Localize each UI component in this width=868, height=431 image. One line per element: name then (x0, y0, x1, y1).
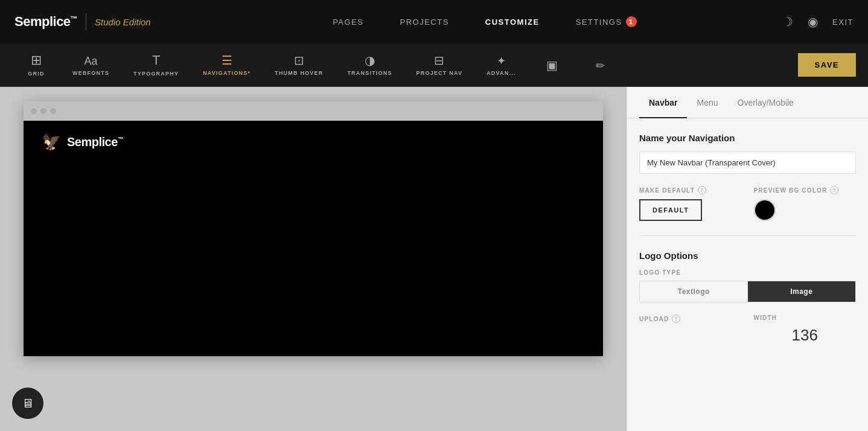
nav-customize[interactable]: CUSTOMIZE (485, 18, 540, 27)
main-content: 🦅 Semplice™ 🖥 Navbar Menu Overlay/Mobile… (0, 87, 868, 431)
toolbar-typography[interactable]: TYPOGRAPHY (121, 54, 191, 77)
preview-icon[interactable] (808, 14, 818, 29)
toolbar: GRID WEBFONTS TYPOGRAPHY NAVIGATIONS* TH… (0, 43, 868, 87)
logo-options-title: Logo Options (639, 251, 856, 261)
tab-overlay-mobile[interactable]: Overlay/Mobile (728, 87, 803, 118)
transitions-icon (365, 54, 375, 66)
logo-type-image[interactable]: Image (748, 281, 856, 302)
preview-bg-label: PREVIEW BG COLOR ? (754, 186, 857, 194)
name-section: Name your Navigation (639, 133, 856, 174)
site-logo: 🦅 Semplice™ (42, 133, 123, 152)
browser-bar (24, 101, 603, 121)
divider-1 (639, 235, 856, 236)
preview-bg-help[interactable]: ? (830, 186, 838, 194)
toolbar-thumbhover[interactable]: THUMB HOVER (263, 54, 335, 76)
logo-text: Semplice™ (14, 14, 77, 30)
toolbar-grid[interactable]: GRID (12, 54, 60, 77)
preview-bg-group: PREVIEW BG COLOR ? (754, 186, 857, 221)
dark-mode-icon[interactable] (782, 14, 793, 29)
toolbar-layout[interactable] (528, 59, 576, 71)
name-section-title: Name your Navigation (639, 133, 856, 143)
toolbar-edit[interactable] (576, 59, 625, 71)
device-icon: 🖥 (22, 397, 34, 410)
toolbar-thumb-label: THUMB HOVER (275, 70, 323, 76)
eagle-icon: 🦅 (42, 133, 61, 152)
upload-help[interactable]: ? (672, 314, 680, 323)
width-group: WIDTH 136 (754, 314, 857, 345)
site-logo-name: Semplice™ (67, 135, 123, 149)
toolbar-advanced[interactable]: ADVAN... (474, 54, 528, 76)
toolbar-projectnav-label: PROJECT NAV (416, 70, 463, 76)
nav-icon (222, 54, 232, 66)
projectnav-icon (434, 54, 444, 66)
toolbar-transitions[interactable]: TRANSITIONS (335, 54, 404, 76)
width-value: 136 (754, 326, 857, 345)
edit-icon (596, 59, 605, 71)
grid-icon (31, 54, 42, 67)
panel-content: Name your Navigation MAKE DEFAULT ? DEFA… (627, 118, 868, 359)
logo-area: Semplice™ Studio Edition (14, 13, 151, 30)
toolbar-webfonts[interactable]: WEBFONTS (60, 54, 121, 76)
toolbar-nav-label: NAVIGATIONS* (203, 70, 251, 76)
tab-menu[interactable]: Menu (687, 87, 727, 118)
nav-settings[interactable]: SETTINGS 1 (576, 16, 637, 27)
typography-icon (152, 54, 160, 67)
browser-dot-1 (31, 108, 37, 114)
browser-dot-3 (50, 108, 56, 114)
preview-area: 🦅 Semplice™ 🖥 (0, 87, 627, 431)
upload-group: UPLOAD ? (639, 314, 742, 345)
toolbar-projectnav[interactable]: PROJECT NAV (404, 54, 475, 76)
make-default-group: MAKE DEFAULT ? DEFAULT (639, 186, 742, 221)
toolbar-webfonts-label: WEBFONTS (72, 70, 109, 76)
default-button[interactable]: DEFAULT (639, 199, 702, 221)
make-default-label: MAKE DEFAULT ? (639, 186, 742, 194)
browser-content: 🦅 Semplice™ (24, 121, 603, 356)
thumbhover-icon (294, 54, 304, 66)
exit-link[interactable]: EXIT (832, 18, 854, 27)
top-nav-links: PAGES PROJECTS CUSTOMIZE SETTINGS 1 (187, 16, 782, 27)
settings-badge: 1 (626, 16, 637, 27)
logo-edition: Studio Edition (95, 17, 151, 27)
logo-type-textlogo[interactable]: Textlogo (640, 281, 748, 302)
top-nav: Semplice™ Studio Edition PAGES PROJECTS … (0, 0, 868, 43)
logo-options-section: Logo Options LOGO TYPE Textlogo Image (639, 251, 856, 302)
device-indicator[interactable]: 🖥 (12, 388, 43, 419)
default-color-row: MAKE DEFAULT ? DEFAULT PREVIEW BG COLOR … (639, 186, 856, 221)
upload-label: UPLOAD ? (639, 314, 742, 323)
browser-dot-2 (40, 108, 46, 114)
top-nav-right: EXIT (782, 14, 854, 29)
preview-bg-swatch[interactable] (754, 199, 776, 221)
right-panel: Navbar Menu Overlay/Mobile Name your Nav… (627, 87, 868, 431)
layout-icon (546, 59, 558, 71)
navbar-name-input[interactable] (639, 152, 856, 174)
logo-type-label: LOGO TYPE (639, 269, 856, 276)
nav-pages[interactable]: PAGES (333, 18, 363, 27)
toolbar-grid-label: GRID (28, 71, 44, 77)
save-button[interactable]: SAVE (798, 53, 856, 77)
logo-type-toggle: Textlogo Image (639, 281, 856, 302)
toolbar-advanced-label: ADVAN... (487, 70, 515, 76)
tab-navbar[interactable]: Navbar (639, 87, 687, 118)
panel-tabs: Navbar Menu Overlay/Mobile (627, 87, 868, 118)
toolbar-typography-label: TYPOGRAPHY (133, 71, 179, 77)
browser-mock: 🦅 Semplice™ (24, 101, 603, 356)
logo-divider (86, 13, 86, 30)
make-default-help[interactable]: ? (698, 186, 706, 194)
width-label: WIDTH (754, 314, 857, 321)
upload-width-row: UPLOAD ? WIDTH 136 (639, 314, 856, 345)
toolbar-navigations[interactable]: NAVIGATIONS* (191, 54, 263, 76)
webfonts-icon (85, 54, 98, 66)
advanced-icon (497, 54, 506, 66)
nav-projects[interactable]: PROJECTS (400, 18, 448, 27)
toolbar-transitions-label: TRANSITIONS (347, 70, 392, 76)
